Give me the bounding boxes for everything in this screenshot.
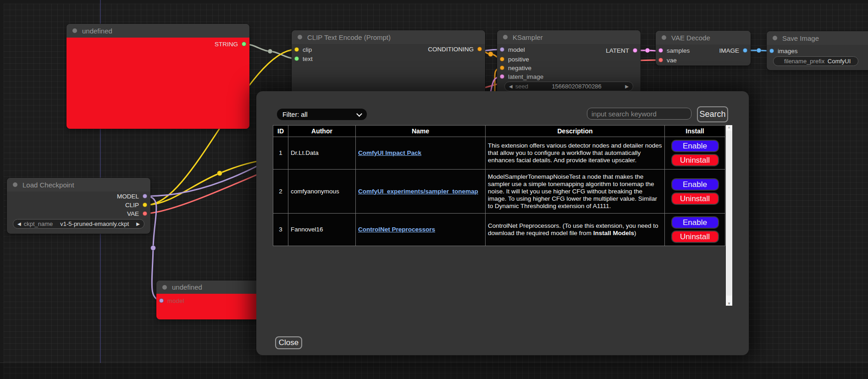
positive-slot-dot[interactable]: [500, 57, 504, 61]
ckpt-name-widget[interactable]: ◀ ckpt_name v1-5-pruned-emaonly.ckpt ▶: [13, 219, 144, 229]
model-out-slot-dot[interactable]: [143, 194, 147, 198]
widget-value[interactable]: ComfyUI: [824, 58, 854, 65]
input-slot-negative: negative: [500, 63, 531, 72]
node-status-dot-icon: [72, 28, 77, 33]
node-title: undefined: [82, 27, 112, 35]
close-button[interactable]: Close: [275, 336, 302, 349]
filename-prefix-widget[interactable]: filename_prefix ComfyUI: [773, 56, 858, 66]
node-title: CLIP Text Encode (Prompt): [307, 33, 391, 41]
node-title-bar[interactable]: undefined: [66, 24, 249, 38]
enable-button[interactable]: Enable: [671, 140, 719, 152]
negative-slot-dot[interactable]: [500, 66, 504, 70]
input-slot-model: model: [159, 296, 184, 305]
scroll-up-arrow-icon[interactable]: ▲: [727, 125, 731, 129]
cell-author: Dr.Lt.Data: [288, 137, 356, 170]
slot-label: IMAGE: [719, 47, 739, 54]
cell-description: This extension offers various detector n…: [486, 137, 665, 170]
output-slot-conditioning: CONDITIONING: [428, 44, 482, 54]
cell-id: 2: [273, 170, 288, 214]
chevron-down-icon: [356, 111, 362, 117]
slot-label: model: [167, 297, 184, 304]
output-slot-image: IMAGE: [719, 46, 747, 55]
node-title: Load Checkpoint: [22, 181, 74, 189]
enable-button[interactable]: Enable: [671, 216, 719, 229]
table-header-row: ID Author Name Description Install: [273, 126, 725, 137]
column-header-name: Name: [356, 126, 486, 137]
node-ksampler[interactable]: KSampler model positive negative latent_…: [497, 30, 641, 97]
node-undefined-top[interactable]: undefined STRING: [66, 24, 249, 129]
input-slot-latent-image: latent_image: [500, 72, 543, 81]
column-header-id: ID: [273, 126, 288, 137]
input-slot-images: images: [769, 46, 798, 55]
text-slot-dot[interactable]: [294, 56, 299, 61]
uninstall-button[interactable]: Uninstall: [671, 154, 719, 166]
column-header-author: Author: [288, 126, 356, 137]
cell-description: ControlNet Preprocessors. (To use this e…: [486, 214, 665, 246]
node-status-dot-icon: [662, 35, 666, 40]
conditioning-slot-dot[interactable]: [477, 47, 482, 51]
prev-arrow-icon[interactable]: ◀: [17, 221, 21, 226]
extension-link[interactable]: ControlNet Preprocessors: [358, 226, 435, 233]
input-slot-model: model: [500, 45, 525, 54]
scrollbar-thumb[interactable]: [726, 131, 732, 296]
input-slot-samples: samples: [658, 46, 690, 55]
node-title: KSampler: [513, 33, 543, 41]
search-input[interactable]: [587, 108, 691, 120]
node-save-image[interactable]: Save Image images filename_prefix ComfyU…: [767, 31, 868, 70]
increment-arrow-icon[interactable]: ▶: [625, 84, 629, 89]
table-row: 1 Dr.Lt.Data ComfyUI Impact Pack This ex…: [273, 137, 725, 170]
filter-dropdown[interactable]: Filter: all: [277, 109, 367, 120]
cell-description: ModelSamplerTonemapNoiseTest a node that…: [486, 170, 665, 214]
node-title: undefined: [172, 283, 202, 291]
vae-slot-dot[interactable]: [658, 58, 663, 62]
extension-link[interactable]: ComfyUI Impact Pack: [358, 149, 421, 156]
widget-value[interactable]: 156680208700286: [528, 83, 625, 90]
input-slot-positive: positive: [500, 55, 529, 64]
extensions-table: ID Author Name Description Install 1 Dr.…: [273, 125, 725, 246]
samples-slot-dot[interactable]: [658, 48, 663, 53]
node-vae-decode[interactable]: VAE Decode samples vae IMAGE: [656, 31, 751, 66]
scroll-down-arrow-icon[interactable]: ▼: [727, 302, 731, 306]
images-slot-dot[interactable]: [769, 49, 774, 53]
widget-label: filename_prefix: [784, 58, 824, 65]
slot-label: samples: [667, 47, 690, 54]
comfyui-canvas[interactable]: undefined STRING CLIP Text Encode (Promp…: [0, 0, 868, 379]
slot-label: CLIP: [125, 202, 139, 209]
node-title-bar[interactable]: CLIP Text Encode (Prompt): [292, 30, 485, 44]
uninstall-button[interactable]: Uninstall: [671, 231, 719, 243]
model-slot-dot[interactable]: [500, 47, 504, 52]
seed-widget[interactable]: ◀ seed 156680208700286 ▶: [504, 82, 633, 91]
slot-label: text: [303, 55, 313, 62]
node-title-bar[interactable]: VAE Decode: [656, 31, 751, 44]
latent-out-slot-dot[interactable]: [633, 48, 637, 53]
uninstall-button[interactable]: Uninstall: [671, 192, 719, 205]
string-slot-dot[interactable]: [242, 42, 246, 46]
widget-value[interactable]: v1-5-pruned-emaonly.ckpt: [53, 220, 136, 227]
node-load-checkpoint[interactable]: Load Checkpoint MODEL CLIP VAE ◀ ckpt_na…: [7, 178, 150, 234]
node-clip-text-encode[interactable]: CLIP Text Encode (Prompt) clip text COND…: [292, 30, 485, 97]
vae-out-slot-dot[interactable]: [143, 211, 147, 216]
column-header-description: Description: [486, 126, 665, 137]
cell-author: comfyanonymous: [288, 170, 356, 214]
image-slot-dot[interactable]: [743, 48, 747, 53]
table-scrollbar[interactable]: ▲ ▼: [726, 125, 732, 306]
decrement-arrow-icon[interactable]: ◀: [509, 84, 513, 89]
slot-label: model: [508, 46, 525, 53]
table-row: 2 comfyanonymous ComfyUI_experiments/sam…: [273, 170, 725, 214]
latent-slot-dot[interactable]: [500, 74, 504, 79]
node-title-bar[interactable]: Save Image: [767, 31, 868, 45]
node-title-bar[interactable]: Load Checkpoint: [7, 178, 150, 192]
enable-button[interactable]: Enable: [671, 178, 719, 191]
output-slot-clip: CLIP: [125, 200, 147, 209]
search-button[interactable]: Search: [697, 106, 728, 122]
node-status-dot-icon: [13, 182, 17, 187]
output-slot-string: STRING: [215, 39, 246, 49]
slot-label: STRING: [215, 41, 238, 48]
slot-label: negative: [508, 65, 531, 71]
model-slot-dot[interactable]: [159, 298, 164, 303]
extension-link[interactable]: ComfyUI_experiments/sampler_tonemap: [358, 188, 478, 195]
clip-out-slot-dot[interactable]: [143, 203, 147, 207]
node-title-bar[interactable]: KSampler: [497, 30, 641, 44]
clip-slot-dot[interactable]: [294, 47, 299, 52]
next-arrow-icon[interactable]: ▶: [136, 221, 140, 226]
